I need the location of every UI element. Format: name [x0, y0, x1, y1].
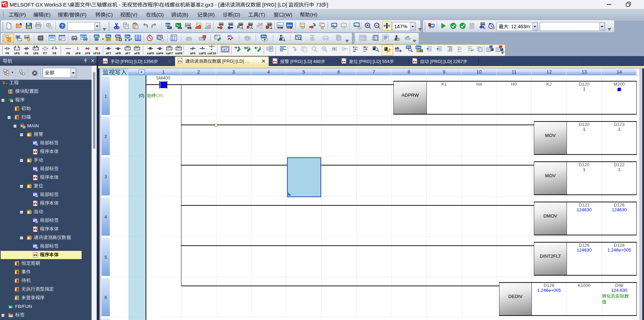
svg-text:Dev: Dev	[126, 35, 130, 38]
svg-text:I/O: I/O	[228, 34, 232, 38]
svg-text:ab: ab	[395, 46, 399, 50]
svg-text:Dev: Dev	[116, 35, 120, 38]
svg-text:Dev: Dev	[262, 35, 266, 38]
svg-text:HW: HW	[186, 24, 190, 27]
svg-text:Dev: Dev	[278, 24, 283, 27]
svg-text:OK: OK	[483, 27, 485, 30]
svg-text:Dev: Dev	[166, 23, 171, 26]
svg-text:Dev: Dev	[287, 24, 292, 27]
svg-text:?: ?	[61, 23, 64, 29]
svg-text:Dev: Dev	[95, 35, 99, 38]
svg-text:Dev: Dev	[106, 35, 110, 38]
svg-text:Dev: Dev	[416, 46, 421, 49]
svg-text:ST: ST	[223, 48, 227, 51]
